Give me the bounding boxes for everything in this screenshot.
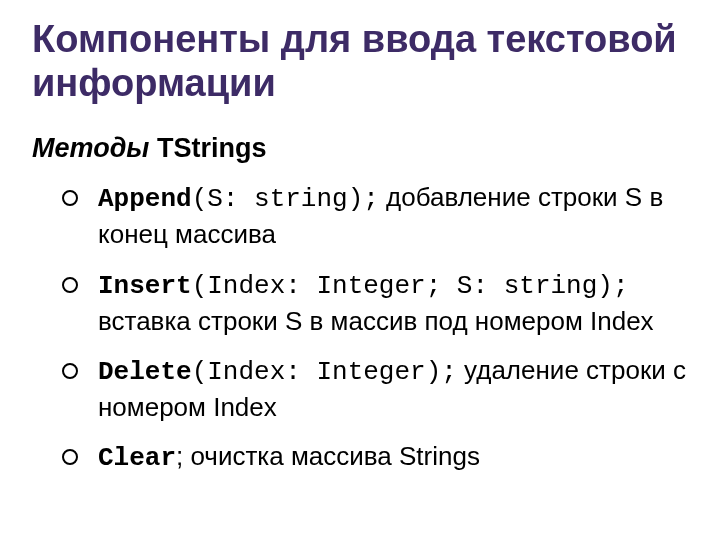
- slide-title: Компоненты для ввода текстовой информаци…: [32, 18, 688, 105]
- list-item: Append(S: string); добавление строки S в…: [80, 180, 688, 252]
- subtitle-italic: Методы: [32, 133, 149, 163]
- method-signature: (Index: Integer; S: string);: [192, 271, 629, 301]
- method-name: Delete: [98, 357, 192, 387]
- method-name: Insert: [98, 271, 192, 301]
- method-signature: (Index: Integer);: [192, 357, 457, 387]
- list-item: Insert(Index: Integer; S: string); встав…: [80, 267, 688, 339]
- list-item: Delete(Index: Integer); удаление строки …: [80, 353, 688, 425]
- method-name: Clear: [98, 443, 176, 473]
- method-description: ; очистка массива Strings: [176, 441, 480, 471]
- method-description: вставка строки S в массив под номером In…: [98, 306, 654, 336]
- list-item: Clear; очистка массива Strings: [80, 439, 688, 476]
- method-name: Append: [98, 184, 192, 214]
- slide-subtitle: Методы TStrings: [32, 133, 688, 164]
- method-signature: (S: string);: [192, 184, 379, 214]
- method-list: Append(S: string); добавление строки S в…: [32, 180, 688, 476]
- subtitle-rest: TStrings: [149, 133, 266, 163]
